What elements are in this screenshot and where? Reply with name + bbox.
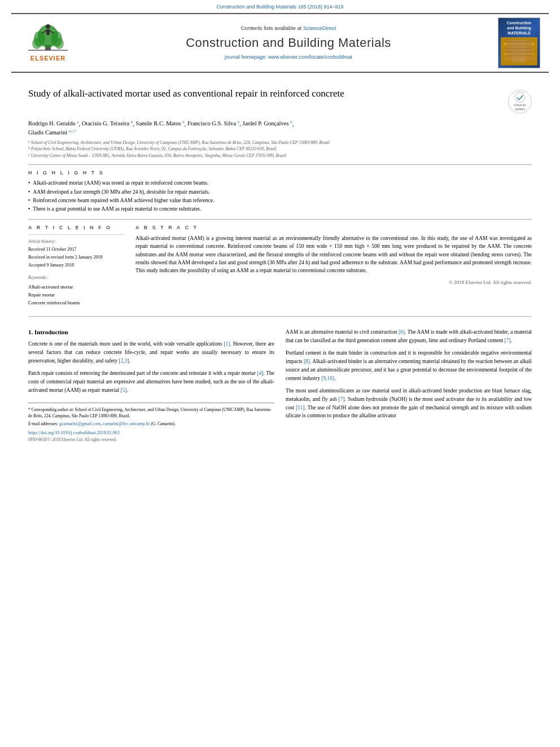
svg-rect-13 — [504, 49, 535, 50]
divider-2 — [28, 219, 532, 220]
body-right-column: AAM is an alternative material to civil … — [286, 328, 532, 443]
corresponding-note: * Corresponding author at: School of Civ… — [28, 407, 274, 420]
email-link-1[interactable]: gcamarini@gmail.com — [59, 421, 100, 426]
article-info-label: A R T I C L E I N F O — [28, 224, 124, 231]
affiliation-b-text: Polytechnic School, Bahia Federal Univer… — [31, 146, 277, 152]
footnote-section: * Corresponding author at: School of Civ… — [28, 403, 274, 443]
issn-text: 0950-0618/© 2018 Elsevier Ltd. All right… — [28, 437, 274, 443]
svg-point-6 — [46, 24, 50, 29]
affiliation-a-text: School of Civil Engineering, Architectur… — [31, 139, 330, 146]
ref-8[interactable]: [8] — [304, 359, 310, 364]
affiliation-a: a School of Civil Engineering, Architect… — [28, 139, 532, 146]
article-info-column: A R T I C L E I N F O Article history: R… — [28, 224, 124, 307]
authors-line: Rodrigo H. Geraldo a, Otacisio G. Teixei… — [28, 119, 532, 138]
intro-para-2: Patch repair consists of removing the de… — [28, 369, 274, 394]
article-body: Study of alkali-activated mortar used as… — [0, 73, 560, 449]
highlights-list: Alkali-activated mortar (AAM) was tested… — [28, 180, 532, 213]
ref-7-a[interactable]: [7] — [505, 338, 511, 343]
ref-9-10[interactable]: [9,10] — [321, 375, 334, 381]
highlight-item-3: Reinforced concrete beam repaired with A… — [28, 197, 532, 204]
abstract-text: Alkali-activated mortar (AAM) is a growi… — [135, 234, 532, 274]
check-updates-badge: Check for updates — [508, 90, 532, 113]
svg-point-5 — [55, 38, 64, 49]
check-updates-icon — [514, 91, 526, 103]
email-note: E-mail addresses: gcamarini@gmail.com, c… — [28, 421, 274, 427]
author-3: Samile R.C. Matos b — [136, 120, 185, 126]
journal-cover-thumbnail: Construction and Building MATERIALS — [498, 18, 540, 68]
body-columns: 1. Introduction Concrete is one of the m… — [28, 328, 532, 443]
divider-1 — [28, 164, 532, 165]
intro-heading: 1. Introduction — [28, 328, 274, 337]
keywords-list: Alkali-activated mortar Repair mortar Co… — [28, 283, 124, 307]
ref-11[interactable]: [11] — [296, 405, 304, 410]
affiliations: a School of Civil Engineering, Architect… — [28, 139, 532, 159]
cover-image-svg — [501, 37, 537, 65]
elsevier-tree-icon — [25, 22, 71, 53]
keywords-section: Keywords: Alkali-activated mortar Repair… — [28, 274, 124, 307]
right-para-2: Portland cement is the main binder in co… — [286, 349, 532, 382]
highlights-section: H I G H L I G H T S Alkali-activated mor… — [28, 169, 532, 213]
highlight-item-2: AAM developed a fast strength (30 MPa af… — [28, 189, 532, 196]
svg-point-17 — [515, 92, 525, 102]
journal-title: Construction and Building Materials — [85, 34, 492, 52]
accepted-date: Accepted 9 January 2018 — [28, 262, 124, 269]
svg-rect-14 — [504, 53, 535, 55]
article-history-label: Article history: — [28, 238, 124, 244]
abstract-label: A B S T R A C T — [135, 224, 532, 231]
cover-image — [501, 37, 537, 65]
ref-6[interactable]: [6] — [399, 329, 405, 335]
article-title-section: Study of alkali-activated mortar used as… — [28, 88, 532, 113]
cover-title-text: Construction and Building MATERIALS — [507, 20, 532, 36]
highlights-label: H I G H L I G H T S — [28, 169, 532, 177]
svg-rect-7 — [46, 29, 50, 35]
divider-3 — [28, 316, 532, 317]
author-1: Rodrigo H. Geraldo a — [28, 120, 78, 126]
sciencedirect-link[interactable]: ScienceDirect — [303, 25, 336, 31]
copyright-line: © 2018 Elsevier Ltd. All rights reserved… — [135, 279, 532, 286]
journal-homepage: journal homepage: www.elsevier.com/locat… — [85, 54, 492, 61]
body-left-column: 1. Introduction Concrete is one of the m… — [28, 328, 274, 443]
journal-header-center: Contents lists available at ScienceDirec… — [79, 24, 498, 61]
author-5: Jardel P. Gonçalves b — [243, 120, 292, 126]
ref-4[interactable]: [4] — [257, 370, 263, 376]
svg-point-4 — [32, 38, 41, 49]
abstract-column: A B S T R A C T Alkali-activated mortar … — [135, 224, 532, 307]
ref-7-b[interactable]: [7] — [339, 396, 345, 402]
highlight-item-4: There is a great potential to use AAM as… — [28, 206, 532, 213]
svg-rect-12 — [504, 43, 535, 46]
email-link-2[interactable]: camarini@fec.unicamp.br — [103, 421, 150, 426]
right-para-3: The most used aluminosilicates as raw ma… — [286, 387, 532, 420]
received-date-2: Received in revised form 2 January 2018 — [28, 254, 124, 261]
right-para-1: AAM is an alternative material to civil … — [286, 328, 532, 344]
article-info-abstract-row: A R T I C L E I N F O Article history: R… — [28, 224, 532, 307]
page-wrapper: Construction and Building Materials 165 … — [0, 0, 560, 449]
received-date-1: Received 11 October 2017 — [28, 246, 124, 253]
affiliation-b: b Polytechnic School, Bahia Federal Univ… — [28, 146, 532, 152]
doi-link[interactable]: https://doi.org/10.1016/j.conbuildmat.20… — [28, 430, 274, 436]
ref-1[interactable]: [1] — [224, 341, 230, 347]
keyword-3: Concrete reinforced beams — [28, 299, 124, 307]
elsevier-logo-area: ELSEVIER — [17, 22, 79, 63]
ref-5[interactable]: [5] — [121, 387, 127, 393]
elsevier-brand-text: ELSEVIER — [30, 54, 65, 63]
elsevier-logo: ELSEVIER — [17, 22, 79, 63]
email-label: E-mail addresses: — [28, 421, 58, 426]
author-6: Gladis Camarini a,c,* — [28, 129, 76, 136]
author-2: Otacisio G. Teixeira b — [82, 120, 133, 126]
article-title: Study of alkali-activated mortar used as… — [28, 88, 508, 101]
keyword-1: Alkali-activated mortar — [28, 283, 124, 291]
keyword-2: Repair mortar — [28, 291, 124, 299]
svg-rect-16 — [512, 40, 526, 63]
journal-cover-area: Construction and Building MATERIALS — [498, 18, 543, 68]
journal-header: ELSEVIER Contents lists available at Sci… — [11, 13, 549, 73]
intro-para-1: Concrete is one of the materials more us… — [28, 340, 274, 365]
top-reference-line: Construction and Building Materials 165 … — [0, 0, 560, 13]
affiliation-c-text: University Center of Minas South – UNIS-… — [31, 152, 286, 159]
journal-ref-text: Construction and Building Materials 165 … — [216, 4, 343, 10]
author-4: Francisco G.S. Silva b — [187, 120, 239, 126]
ref-2-3[interactable]: [2,3] — [119, 358, 129, 364]
keywords-label: Keywords: — [28, 274, 124, 281]
highlight-item-1: Alkali-activated mortar (AAM) was tested… — [28, 180, 532, 187]
email-suffix: (G. Camarini). — [151, 421, 176, 426]
affiliation-c: c University Center of Minas South – UNI… — [28, 152, 532, 159]
